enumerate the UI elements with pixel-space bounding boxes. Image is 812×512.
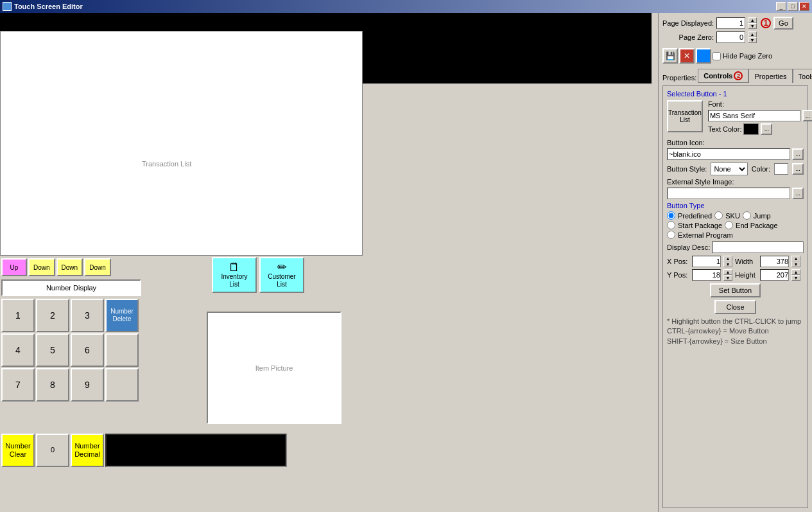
- color-box[interactable]: [696, 48, 711, 64]
- down1-button[interactable]: Down: [28, 258, 55, 276]
- circle-1: 1: [761, 18, 771, 28]
- canvas-title-input[interactable]: [5, 17, 127, 27]
- minimize-button[interactable]: _: [776, 2, 786, 11]
- inventory-list-button[interactable]: 🗒 InventoryList: [212, 257, 257, 293]
- save-button[interactable]: 💾: [662, 48, 678, 64]
- width-input[interactable]: [760, 256, 789, 267]
- hide-page-zero-row: Hide Page Zero: [713, 52, 772, 60]
- button-style-select[interactable]: None: [711, 163, 747, 175]
- key-5[interactable]: 5: [36, 333, 69, 367]
- page-zero-up[interactable]: ▲: [748, 31, 757, 37]
- radio-jump-label: Jump: [754, 212, 771, 220]
- y-pos-up[interactable]: ▲: [723, 269, 732, 275]
- height-up[interactable]: ▲: [791, 269, 800, 275]
- button-icon-input[interactable]: [667, 148, 790, 160]
- text-color-swatch[interactable]: [743, 123, 759, 135]
- x-pos-input[interactable]: [692, 256, 721, 267]
- key-8[interactable]: 8: [36, 368, 69, 402]
- nav-row: Up Down Down Down: [0, 257, 112, 278]
- tab-properties[interactable]: Properties: [748, 69, 792, 83]
- set-button-button[interactable]: Set Button: [710, 283, 761, 297]
- external-style-row: External Style Image:: [667, 178, 804, 186]
- text-color-browse[interactable]: ...: [761, 123, 772, 135]
- display-desc-input[interactable]: [712, 242, 804, 253]
- font-input[interactable]: [708, 110, 800, 121]
- hide-page-zero-checkbox[interactable]: [713, 52, 721, 60]
- right-panel: Page Displayed: ▲ ▼ 1 Go Page Zero: ▲ ▼: [658, 13, 812, 512]
- number-display[interactable]: Number Display: [1, 279, 141, 296]
- y-pos-down[interactable]: ▼: [723, 275, 732, 281]
- close-window-button[interactable]: ✕: [799, 2, 809, 11]
- cancel-button[interactable]: ✕: [679, 48, 695, 64]
- hide-page-zero-label: Hide Page Zero: [723, 52, 772, 60]
- page-displayed-up[interactable]: ▲: [748, 17, 757, 23]
- key-number-delete[interactable]: NumberDelete: [105, 299, 139, 332]
- radio-external[interactable]: [667, 231, 675, 239]
- color-preview[interactable]: [774, 163, 788, 175]
- color-browse[interactable]: ...: [792, 163, 804, 175]
- page-zero-down[interactable]: ▼: [748, 37, 757, 43]
- x-pos-down[interactable]: ▼: [723, 261, 732, 267]
- maximize-button[interactable]: □: [788, 2, 798, 11]
- page-displayed-label: Page Displayed:: [662, 19, 714, 27]
- key-3[interactable]: 3: [71, 299, 104, 332]
- black-display-area: [105, 434, 287, 467]
- external-style-browse[interactable]: ...: [792, 188, 804, 199]
- font-browse-button[interactable]: ...: [802, 110, 812, 121]
- canvas-right: [363, 13, 652, 84]
- customer-list-button[interactable]: ✏ CustomerList: [259, 257, 304, 293]
- external-style-input[interactable]: [667, 188, 790, 199]
- page-displayed-down[interactable]: ▼: [748, 23, 757, 29]
- key-number-clear[interactable]: NumberClear: [1, 434, 35, 467]
- key-number-decimal[interactable]: NumberDecimal: [71, 434, 104, 467]
- close-button[interactable]: Close: [714, 300, 756, 314]
- radio-sku[interactable]: [714, 211, 723, 220]
- y-pos-input[interactable]: [692, 269, 721, 281]
- item-picture: Item Picture: [207, 312, 341, 424]
- tab-tools[interactable]: Tools: [793, 69, 812, 83]
- tab-controls[interactable]: Controls 2: [698, 69, 748, 83]
- height-input[interactable]: [760, 269, 789, 281]
- key-7[interactable]: 7: [1, 368, 35, 402]
- page-displayed-spinner: ▲ ▼: [748, 17, 757, 29]
- radio-row-3: External Program: [667, 231, 804, 239]
- tab-content: Selected Button - 1 TransactionList Font…: [662, 85, 808, 508]
- button-type-title: Button Type: [667, 202, 804, 209]
- down3-button[interactable]: Down: [84, 258, 111, 276]
- key-4[interactable]: 4: [1, 333, 35, 367]
- page-displayed-input[interactable]: [716, 17, 745, 29]
- radio-start-package[interactable]: [667, 221, 675, 229]
- key-6[interactable]: 6: [71, 333, 104, 367]
- height-down[interactable]: ▼: [791, 275, 800, 281]
- key-2[interactable]: 2: [36, 299, 69, 332]
- x-pos-up[interactable]: ▲: [723, 256, 732, 261]
- canvas-white[interactable]: Transaction List: [0, 31, 363, 256]
- key-9[interactable]: 9: [71, 368, 104, 402]
- button-preview[interactable]: TransactionList: [667, 100, 703, 132]
- radio-end-package[interactable]: [725, 221, 733, 229]
- page-displayed-row: Page Displayed: ▲ ▼ 1 Go: [662, 17, 808, 30]
- canvas-transaction-label: Transaction List: [142, 160, 191, 168]
- button-icon-input-row: ...: [667, 148, 804, 160]
- item-picture-label: Item Picture: [255, 364, 293, 372]
- go-button[interactable]: Go: [773, 17, 793, 30]
- down2-button[interactable]: Down: [56, 258, 83, 276]
- up-button[interactable]: Up: [1, 258, 27, 276]
- key-empty1[interactable]: [105, 333, 139, 367]
- radio-external-label: External Program: [678, 231, 733, 239]
- text-color-row: Text Color: ...: [708, 123, 812, 135]
- key-empty2[interactable]: [105, 368, 139, 402]
- radio-jump[interactable]: [743, 211, 751, 220]
- page-zero-input[interactable]: [716, 31, 745, 43]
- key-0[interactable]: 0: [36, 434, 69, 467]
- text-color-label: Text Color:: [708, 125, 742, 133]
- radio-predefined-label: Predefined: [678, 212, 712, 220]
- width-up[interactable]: ▲: [791, 256, 800, 261]
- properties-tabs-area: Properties: Controls 2 Properties Tools: [662, 69, 808, 83]
- button-style-label: Button Style:: [667, 165, 707, 173]
- width-down[interactable]: ▼: [791, 261, 800, 267]
- customer-list-label: CustomerList: [268, 273, 295, 288]
- key-1[interactable]: 1: [1, 299, 35, 332]
- button-icon-browse[interactable]: ...: [792, 148, 804, 160]
- radio-predefined[interactable]: [667, 211, 675, 220]
